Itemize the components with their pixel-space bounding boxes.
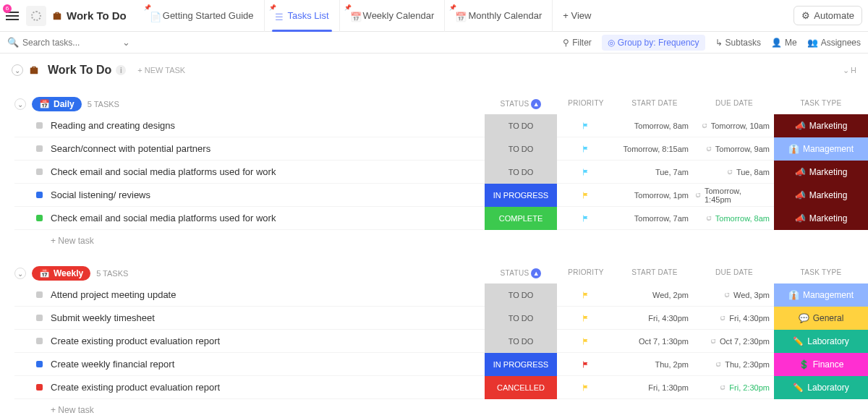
collapse-group-button[interactable]: ⌄ — [14, 98, 26, 110]
priority-cell[interactable] — [557, 291, 615, 299]
task-type-pill[interactable]: ✏️Laboratory — [774, 330, 868, 353]
task-name[interactable]: Create existing product evaluation repor… — [51, 382, 485, 393]
task-row[interactable]: Social listening/ reviewsIN PROGRESSTomo… — [14, 184, 868, 207]
priority-cell[interactable] — [557, 191, 615, 200]
task-type-pill[interactable]: 📣Marketing — [774, 114, 868, 137]
due-date[interactable]: Tomorrow, 9am — [694, 145, 774, 153]
info-icon[interactable]: i — [116, 65, 126, 75]
task-row[interactable]: Create weekly financial reportIN PROGRES… — [14, 353, 868, 376]
task-row[interactable]: Reading and creating designsTO DOTomorro… — [14, 114, 868, 137]
due-date[interactable]: Fri, 4:30pm — [694, 314, 774, 323]
task-type-pill[interactable]: 💲Finance — [774, 353, 868, 376]
due-date[interactable]: Thu, 2:30pm — [694, 360, 774, 369]
start-date[interactable]: Tomorrow, 1pm — [615, 191, 694, 200]
due-date[interactable]: Oct 7, 2:30pm — [694, 337, 774, 346]
start-date[interactable]: Fri, 1:30pm — [615, 383, 694, 392]
status-pill[interactable]: CANCELLED — [485, 376, 557, 399]
priority-cell[interactable] — [557, 145, 615, 153]
task-type-pill[interactable]: 📣Marketing — [774, 161, 868, 184]
col-priority[interactable]: PRIORITY — [557, 99, 615, 109]
due-date[interactable]: Tomorrow, 10am — [694, 121, 774, 130]
group-by-button[interactable]: ◎Group by: Frequency — [602, 35, 705, 51]
priority-cell[interactable] — [557, 121, 615, 130]
view-tab-tasks-list[interactable]: 📌☰Tasks List — [265, 0, 340, 32]
task-row[interactable]: Search/connect with potential partnersTO… — [14, 137, 868, 161]
filter-button[interactable]: ⚲Filter — [563, 38, 592, 48]
priority-cell[interactable] — [557, 337, 615, 346]
task-name[interactable]: Create existing product evaluation repor… — [51, 336, 485, 346]
priority-cell[interactable] — [557, 168, 615, 176]
start-date[interactable]: Oct 7, 1:30pm — [615, 337, 694, 346]
task-type-pill[interactable]: 📣Marketing — [774, 207, 868, 230]
new-task-row[interactable]: + New task — [14, 399, 868, 415]
me-button[interactable]: 👤Me — [771, 38, 797, 48]
menu-button[interactable]: 6 — [6, 7, 23, 25]
task-row[interactable]: Check email and social media platforms u… — [14, 161, 868, 184]
search-box[interactable]: 🔍 ⌄ — [7, 37, 130, 48]
task-type-pill[interactable]: 💬General — [774, 307, 868, 330]
hide-columns-button[interactable]: ⌄ H — [843, 66, 856, 75]
status-pill[interactable]: TO DO — [485, 137, 557, 161]
task-row[interactable]: Create existing product evaluation repor… — [14, 330, 868, 353]
subtasks-button[interactable]: ↳Subtasks — [715, 38, 761, 48]
start-date[interactable]: Tue, 7am — [615, 168, 694, 176]
col-start[interactable]: START DATE — [615, 99, 694, 109]
new-task-button[interactable]: + NEW TASK — [137, 66, 185, 74]
start-date[interactable]: Tomorrow, 8am — [615, 121, 694, 130]
view-tab-weekly-calendar[interactable]: 📌📅Weekly Calendar — [340, 0, 446, 32]
start-date[interactable]: Fri, 4:30pm — [615, 314, 694, 323]
task-name[interactable]: Check email and social media platforms u… — [51, 166, 485, 177]
start-date[interactable]: Wed, 2pm — [615, 291, 694, 299]
task-name[interactable]: Attend project meeting update — [51, 289, 485, 300]
status-pill[interactable]: TO DO — [485, 283, 557, 307]
task-row[interactable]: Create existing product evaluation repor… — [14, 376, 868, 399]
task-type-pill[interactable]: ✏️Laboratory — [774, 376, 868, 399]
start-date[interactable]: Tomorrow, 8:15am — [615, 145, 694, 153]
col-priority[interactable]: PRIORITY — [557, 268, 615, 278]
due-date[interactable]: Tomorrow, 1:45pm — [694, 187, 774, 204]
priority-cell[interactable] — [557, 383, 615, 392]
view-tab-getting-started-guide[interactable]: 📌📄Getting Started Guide — [140, 0, 265, 32]
group-label[interactable]: 📅Weekly — [32, 266, 90, 281]
task-name[interactable]: Create weekly financial report — [51, 359, 485, 370]
task-name[interactable]: Search/connect with potential partners — [51, 143, 485, 154]
priority-cell[interactable] — [557, 360, 615, 369]
task-name[interactable]: Reading and creating designs — [51, 120, 485, 131]
group-label[interactable]: 📅Daily — [32, 97, 82, 111]
task-type-pill[interactable]: 👔Management — [774, 283, 868, 307]
status-pill[interactable]: TO DO — [485, 307, 557, 330]
start-date[interactable]: Thu, 2pm — [615, 360, 694, 369]
task-row[interactable]: Submit weekly timesheetTO DOFri, 4:30pmF… — [14, 307, 868, 330]
collapse-all-button[interactable]: ⌄ — [12, 64, 23, 76]
status-pill[interactable]: COMPLETE — [485, 207, 557, 230]
task-row[interactable]: Attend project meeting updateTO DOWed, 2… — [14, 283, 868, 307]
status-pill[interactable]: IN PROGRESS — [485, 353, 557, 376]
status-pill[interactable]: TO DO — [485, 161, 557, 184]
chevron-down-icon[interactable]: ⌄ — [122, 37, 130, 48]
due-date[interactable]: Fri, 2:30pm — [694, 383, 774, 392]
task-row[interactable]: Check email and social media platforms u… — [14, 207, 868, 230]
status-pill[interactable]: TO DO — [485, 114, 557, 137]
due-date[interactable]: Wed, 3pm — [694, 291, 774, 299]
search-input[interactable] — [22, 38, 109, 48]
col-type[interactable]: TASK TYPE — [774, 268, 868, 278]
col-status[interactable]: STATUS▲ — [485, 268, 557, 278]
col-start[interactable]: START DATE — [615, 268, 694, 278]
task-name[interactable]: Social listening/ reviews — [51, 189, 485, 200]
status-pill[interactable]: IN PROGRESS — [485, 184, 557, 207]
view-tab-monthly-calendar[interactable]: 📌📅Monthly Calendar — [445, 0, 553, 32]
col-due[interactable]: DUE DATE — [694, 99, 774, 109]
status-pill[interactable]: TO DO — [485, 330, 557, 353]
add-view-button[interactable]: + View — [553, 0, 601, 32]
task-name[interactable]: Check email and social media platforms u… — [51, 213, 485, 223]
col-status[interactable]: STATUS▲ — [485, 99, 557, 109]
automate-button[interactable]: ⚙ Automate — [793, 6, 862, 25]
assignees-button[interactable]: 👥Assignees — [807, 38, 861, 48]
priority-cell[interactable] — [557, 314, 615, 323]
task-name[interactable]: Submit weekly timesheet — [51, 312, 485, 323]
collapse-group-button[interactable]: ⌄ — [14, 268, 26, 279]
priority-cell[interactable] — [557, 214, 615, 223]
due-date[interactable]: Tomorrow, 8am — [694, 214, 774, 223]
col-due[interactable]: DUE DATE — [694, 268, 774, 278]
task-type-pill[interactable]: 👔Management — [774, 137, 868, 161]
